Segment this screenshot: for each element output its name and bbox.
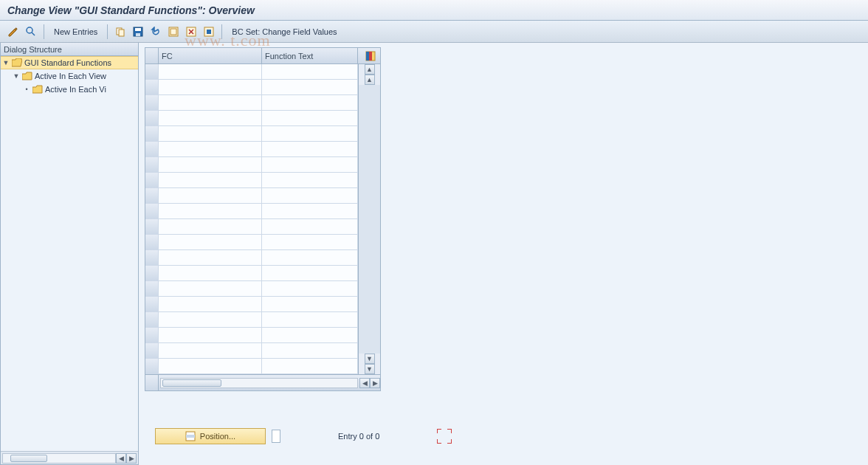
folder-open-icon (12, 58, 22, 67)
table-row[interactable] (145, 343, 358, 359)
table-row[interactable] (145, 312, 358, 328)
scroll-thumb[interactable] (162, 379, 221, 387)
scroll-down-icon[interactable]: ▼ (365, 364, 375, 374)
vertical-scrollbar[interactable]: ▲ ▲ ▼ ▼ (358, 64, 380, 374)
table-row[interactable] (145, 235, 358, 250)
separator (221, 24, 222, 39)
select-all-icon[interactable] (166, 24, 181, 39)
save-icon[interactable] (131, 24, 145, 39)
position-input[interactable] (272, 430, 280, 443)
scroll-right-icon[interactable]: ▶ (370, 378, 380, 388)
find-icon[interactable] (24, 24, 38, 39)
tree-node-gui-standard-functions[interactable]: ▼ GUI Standard Functions (1, 56, 138, 69)
entry-count: Entry 0 of 0 (338, 432, 379, 441)
data-grid: FC Function Text (145, 47, 381, 391)
svg-point-0 (27, 27, 32, 33)
expander-icon[interactable]: ▼ (2, 59, 10, 66)
position-button[interactable]: Position... (155, 428, 266, 444)
grid-body: ▲ ▲ ▼ ▼ (145, 64, 380, 374)
table-row[interactable] (145, 204, 358, 219)
grid-footer: ◀ ▶ (145, 374, 380, 390)
content-panel: FC Function Text (139, 43, 868, 465)
separator (44, 24, 44, 39)
table-settings-icon[interactable] (358, 48, 380, 64)
svg-rect-10 (207, 30, 211, 34)
scroll-thumb[interactable] (10, 455, 47, 462)
table-row[interactable] (145, 111, 358, 126)
svg-rect-12 (366, 52, 369, 61)
scroll-track[interactable] (359, 85, 380, 354)
toolbar: New Entries BC Set: Change Field Values (0, 21, 868, 43)
svg-rect-2 (119, 30, 124, 36)
scroll-right-icon[interactable]: ▶ (126, 453, 137, 464)
bottom-bar: Position... Entry 0 of 0 (155, 428, 452, 444)
table-row[interactable] (145, 188, 358, 204)
scroll-up-icon[interactable]: ▲ (365, 75, 375, 85)
page-title: Change View "GUI Standard Functions": Ov… (7, 4, 255, 16)
tree-header: Dialog Structure (1, 43, 138, 56)
svg-rect-4 (135, 28, 141, 31)
table-row[interactable] (145, 219, 358, 235)
delimit-icon[interactable] (202, 24, 216, 39)
grid-rows (145, 64, 358, 374)
column-header-function-text[interactable]: Function Text (262, 48, 358, 64)
scroll-up-icon[interactable]: ▲ (365, 64, 375, 75)
table-row[interactable] (145, 142, 358, 157)
grid-header-row: FC Function Text (145, 48, 380, 64)
folder-icon (32, 85, 43, 94)
table-row[interactable] (145, 281, 358, 297)
new-entries-button[interactable]: New Entries (49, 26, 102, 38)
svg-rect-15 (186, 435, 195, 438)
svg-rect-5 (136, 33, 140, 36)
display-change-icon[interactable] (6, 24, 21, 39)
undo-icon[interactable] (148, 24, 163, 39)
table-row[interactable] (145, 80, 358, 95)
separator (107, 24, 108, 39)
select-all-header[interactable] (145, 48, 159, 64)
table-row[interactable] (145, 126, 358, 142)
title-bar: Change View "GUI Standard Functions": Ov… (0, 0, 868, 21)
scroll-left-icon[interactable]: ◀ (116, 453, 126, 464)
table-row[interactable] (145, 173, 358, 188)
bcset-button[interactable]: BC Set: Change Field Values (227, 26, 341, 38)
scroll-left-icon[interactable]: ◀ (359, 378, 370, 388)
horizontal-scroll-track[interactable] (160, 378, 358, 388)
svg-rect-13 (369, 52, 372, 61)
dialog-structure-panel: Dialog Structure ▼ GUI Standard Function… (0, 43, 139, 465)
footer-cell (145, 375, 159, 390)
bullet-icon: • (23, 86, 30, 93)
position-label: Position... (200, 432, 235, 441)
column-header-fc[interactable]: FC (159, 48, 262, 64)
scroll-down-icon[interactable]: ▼ (365, 354, 375, 364)
table-row[interactable] (145, 328, 358, 343)
table-row[interactable] (145, 266, 358, 281)
folder-icon (22, 72, 32, 80)
table-row[interactable] (145, 95, 358, 111)
tree-body: ▼ GUI Standard Functions ▼ Active In Eac… (1, 56, 138, 451)
table-row[interactable] (145, 250, 358, 266)
position-icon (185, 431, 196, 441)
main-area: Dialog Structure ▼ GUI Standard Function… (0, 43, 868, 465)
expander-icon[interactable]: ▼ (13, 72, 20, 80)
tree-node-active-in-each-view[interactable]: ▼ Active In Each View (1, 69, 138, 83)
delete-icon[interactable] (184, 24, 199, 39)
scroll-track[interactable] (2, 453, 116, 464)
tree-label: Active In Each View (35, 72, 106, 80)
tree-label: Active In Each Vi (45, 85, 106, 94)
table-row[interactable] (145, 359, 358, 374)
table-row[interactable] (145, 297, 358, 312)
tree-label: GUI Standard Functions (24, 58, 111, 67)
table-row[interactable] (145, 157, 358, 173)
tree-node-active-in-each-view-child[interactable]: • Active In Each Vi (1, 83, 138, 96)
tree-horizontal-scrollbar[interactable]: ◀ ▶ (1, 451, 138, 464)
selection-brackets-icon (437, 429, 452, 444)
table-row[interactable] (145, 64, 358, 80)
copy-icon[interactable] (113, 24, 128, 39)
